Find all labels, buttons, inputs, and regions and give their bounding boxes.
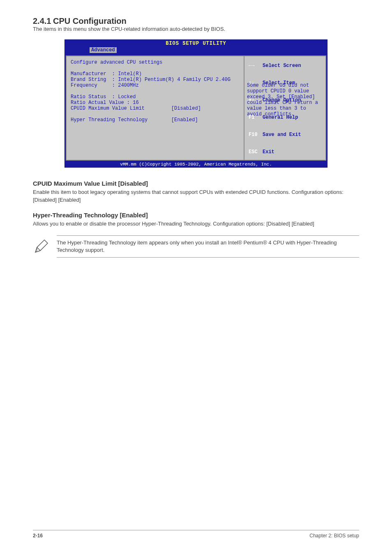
bios-tab-advanced: Advanced <box>90 47 117 53</box>
nav-key-lr: ←→ <box>249 63 263 69</box>
bios-screenshot: BIOS SETUP UTILITY Advanced Configure ad… <box>65 39 327 168</box>
nav-key-pm: +- <box>249 97 263 103</box>
bios-left-heading: Configure advanced CPU settings <box>71 60 162 65</box>
bios-right-panel: Some older OS did not support CPUID 0 va… <box>244 55 326 161</box>
nav-key-esc: ESC <box>249 149 263 155</box>
field-cpuid-title: CPUID Maximum Value Limit [Disabled] <box>33 180 359 187</box>
pencil-icon <box>33 238 49 255</box>
bios-opt-ht-label: Hyper Threading Technology <box>71 117 148 123</box>
bios-left-panel: Configure advanced CPU settings Manufact… <box>66 55 244 161</box>
nav-key-f1: F1 <box>249 115 263 120</box>
bios-info-ratio-status: Locked <box>118 94 136 100</box>
field-ht-title: Hyper-Threading Technology [Enabled] <box>33 212 359 219</box>
bios-info-manufacturer: Intel(R) <box>118 71 142 77</box>
nav-label-change-option: Change Option <box>263 97 301 103</box>
chapter-label: Chapter 2: BIOS setup <box>309 533 359 539</box>
page-footer: 2-16 Chapter 2: BIOS setup <box>33 530 359 539</box>
bios-title-bar: BIOS SETUP UTILITY <box>65 40 327 47</box>
bios-opt-cpuid-label: CPUID Maximum Value Limit <box>71 106 145 111</box>
nav-label-select-item: Select Item <box>263 80 295 86</box>
bios-opt-ht-value: [Enabled] <box>171 117 198 123</box>
nav-label-exit: Exit <box>263 149 274 155</box>
bios-info-freq: 2400MHz <box>118 83 138 88</box>
bios-info-brand: Intel(R) Pentium(R) 4 Family CPU 2.40G <box>118 77 231 83</box>
field-ht-desc: Allows you to enable or disable the proc… <box>33 220 359 228</box>
section-header: 2.4.1 CPU Configuration <box>33 16 359 26</box>
bios-opt-cpuid-value: [Disabled] <box>171 106 201 111</box>
bios-nav-keys: ←→Select Screen ↑↓Select Item +-Change O… <box>249 51 321 166</box>
section-description: The items in this menu show the CPU-rela… <box>33 26 359 32</box>
manual-page: 2.4.1 CPU Configuration The items in thi… <box>33 16 359 258</box>
section-number: 2.4.1 <box>33 16 51 25</box>
nav-label-general-help: General Help <box>263 115 298 120</box>
nav-key-ud: ↑↓ <box>249 80 263 86</box>
note-text: The Hyper-Threading Technology item appe… <box>57 235 359 258</box>
section-title: CPU Configuration <box>53 16 127 25</box>
nav-label-save-exit: Save and Exit <box>263 132 301 138</box>
page-number: 2-16 <box>33 533 43 539</box>
nav-key-f10: F10 <box>249 132 263 138</box>
bios-info-ratio-value: 16 <box>133 100 138 106</box>
nav-label-select-screen: Select Screen <box>263 63 301 69</box>
field-cpuid-desc: Enable this item to boot legacy operatin… <box>33 189 359 204</box>
bios-body: Configure advanced CPU settings Manufact… <box>65 55 327 161</box>
note-block: The Hyper-Threading Technology item appe… <box>33 235 359 258</box>
